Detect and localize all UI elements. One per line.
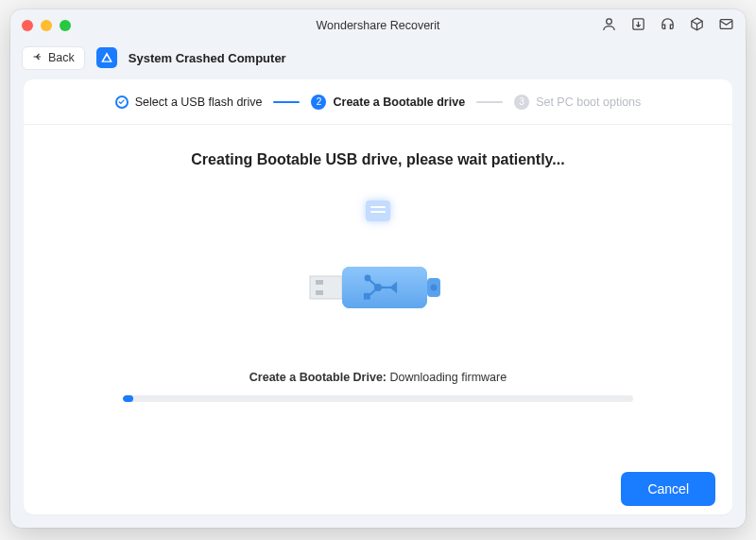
module-icon [96,47,117,68]
step-3-badge: 3 [514,95,529,110]
traffic-lights [22,20,71,31]
svg-rect-4 [316,280,323,285]
step-3: 3 Set PC boot options [514,95,641,110]
progress-status-text: Downloading firmware [387,371,507,384]
step-1: Select a USB flash drive [115,96,263,109]
app-window: Wondershare Recoverit Back [10,9,746,528]
svg-rect-3 [310,276,342,299]
progress-label-prefix: Create a Bootable Drive: [249,371,387,384]
main-panel: Select a USB flash drive 2 Create a Boot… [24,79,732,514]
page-heading: Creating Bootable USB drive, please wait… [191,151,564,168]
minimize-window-button[interactable] [41,20,52,31]
svg-point-11 [366,276,370,281]
progress-area: Create a Bootable Drive: Downloading fir… [123,371,633,402]
step-1-label: Select a USB flash drive [135,96,263,109]
step-3-label: Set PC boot options [536,96,641,109]
step-2-badge: 2 [311,95,326,110]
back-button-label: Back [48,51,75,64]
back-button[interactable]: Back [22,46,85,70]
svg-point-9 [431,285,438,291]
titlebar: Wondershare Recoverit [10,9,746,42]
support-icon[interactable] [660,16,676,36]
document-icon [366,200,390,221]
svg-rect-12 [365,294,369,299]
progress-bar [123,395,633,402]
step-indicator: Select a USB flash drive 2 Create a Boot… [24,79,732,125]
step-connector [476,101,503,103]
close-window-button[interactable] [22,20,33,31]
body-area: Creating Bootable USB drive, please wait… [24,125,732,462]
arrow-left-icon [32,51,43,65]
import-icon[interactable] [630,16,646,36]
progress-fill [123,395,133,402]
svg-rect-5 [316,290,323,295]
step-2-label: Create a Bootable drive [333,96,465,109]
subheader: Back System Crashed Computer [10,42,746,79]
titlebar-actions [601,16,734,36]
package-icon[interactable] [689,16,705,36]
cancel-button[interactable]: Cancel [621,472,715,506]
check-icon [115,96,129,109]
panel-footer: Cancel [24,462,732,514]
step-connector [273,101,300,103]
progress-label: Create a Bootable Drive: Downloading fir… [123,371,633,384]
step-2: 2 Create a Bootable drive [311,95,465,110]
svg-point-0 [607,18,612,24]
usb-drive-icon [302,257,454,318]
maximize-window-button[interactable] [60,20,71,31]
module-title: System Crashed Computer [129,51,286,65]
mail-icon[interactable] [718,16,734,36]
account-icon[interactable] [601,16,617,36]
usb-illustration [293,200,463,342]
